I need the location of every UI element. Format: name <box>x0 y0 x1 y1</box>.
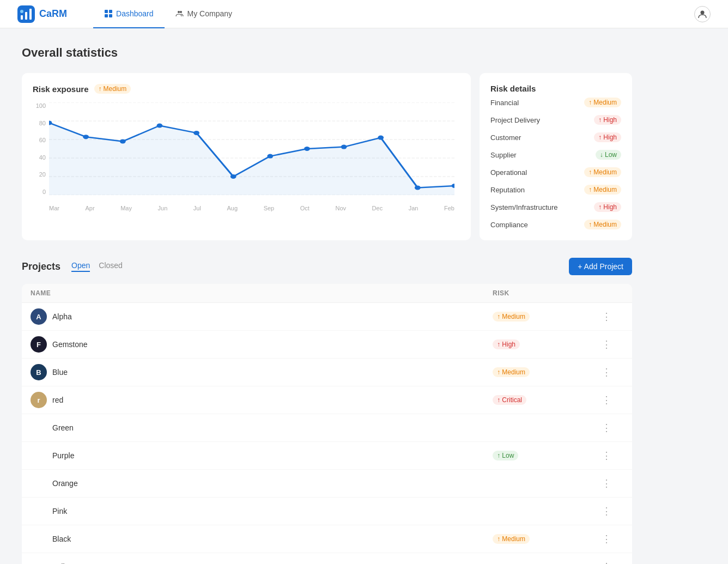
projects-tab-closed[interactable]: Closed <box>99 261 123 272</box>
project-name-cell: Green <box>31 420 493 436</box>
svg-point-26 <box>304 147 310 151</box>
risk-exposure-title: Risk exposure <box>33 84 89 94</box>
projects-section: Projects Open Closed + Add Project Name … <box>22 258 632 564</box>
table-row: AAlpha↑ Medium⋮ <box>22 303 632 331</box>
project-risk-cell: ↑ High <box>493 339 602 349</box>
risk-details-title: Risk details <box>490 84 621 93</box>
risk-detail-row: Compliance↑ Medium <box>490 220 621 229</box>
user-menu-button[interactable] <box>694 6 711 22</box>
project-name-cell: Black <box>31 531 493 547</box>
project-name-cell: Indigo <box>31 559 493 564</box>
nav-tab-dashboard[interactable]: Dashboard <box>93 0 165 28</box>
risk-detail-row: System/Infrastructure↑ High <box>490 202 621 212</box>
nav-tab-mycompany[interactable]: My Company <box>165 0 243 28</box>
table-row: Orange⋮ <box>22 470 632 498</box>
risk-detail-badge: ↑ Medium <box>584 220 621 229</box>
project-name: Alpha <box>52 312 72 321</box>
project-actions-cell: ⋮ <box>602 338 623 350</box>
risk-exposure-card: Risk exposure ↑ Medium 100 80 60 40 20 0 <box>22 73 471 240</box>
table-row: BBlue↑ Medium⋮ <box>22 359 632 386</box>
risk-detail-label: Operational <box>490 168 527 177</box>
project-actions-cell: ⋮ <box>602 394 623 406</box>
project-name: Blue <box>52 368 68 377</box>
table-row: Pink⋮ <box>22 498 632 525</box>
risk-detail-label: Customer <box>490 134 521 142</box>
risk-detail-badge: ↓ Low <box>596 150 621 160</box>
risk-details-list: Financial↑ MediumProject Delivery↑ HighC… <box>490 98 621 229</box>
project-name: Purple <box>52 451 74 460</box>
nav-tab-dashboard-label: Dashboard <box>116 9 154 18</box>
logo-icon <box>17 5 35 23</box>
project-risk-cell: ↑ Medium <box>493 312 602 322</box>
project-risk-cell: ↑ Critical <box>493 395 602 405</box>
more-options-button[interactable]: ⋮ <box>602 533 611 545</box>
table-row: Black↑ Medium⋮ <box>22 525 632 553</box>
svg-point-23 <box>193 131 199 135</box>
project-name-cell: Purple <box>31 447 493 464</box>
svg-point-25 <box>267 154 273 159</box>
col-header-risk: Risk <box>493 289 602 297</box>
more-options-button[interactable]: ⋮ <box>602 505 611 517</box>
user-icon <box>697 9 707 19</box>
risk-detail-badge: ↑ Medium <box>584 98 621 107</box>
svg-point-4 <box>20 10 23 13</box>
project-name: Pink <box>52 507 67 516</box>
chart-svg-area <box>49 102 454 195</box>
company-icon <box>175 9 184 18</box>
avatar: r <box>31 392 47 408</box>
svg-point-27 <box>341 145 347 149</box>
project-risk-badge: ↑ Critical <box>493 395 526 405</box>
project-name-cell: Orange <box>31 475 493 492</box>
risk-exposure-chart: 100 80 60 40 20 0 <box>33 102 460 211</box>
risk-exposure-header: Risk exposure ↑ Medium <box>33 84 460 94</box>
risk-exposure-badge: ↑ Medium <box>94 84 131 94</box>
more-options-button[interactable]: ⋮ <box>602 366 611 378</box>
svg-rect-6 <box>109 10 112 13</box>
project-name-cell: BBlue <box>31 364 493 380</box>
risk-detail-row: Operational↑ Medium <box>490 167 621 177</box>
logo[interactable]: CaRM <box>17 5 67 23</box>
project-name-cell: AAlpha <box>31 308 493 325</box>
risk-detail-label: Compliance <box>490 221 528 229</box>
project-name-cell: rred <box>31 392 493 408</box>
risk-exposure-badge-label: Medium <box>104 85 127 93</box>
nav-right <box>694 6 711 22</box>
projects-header: Projects Open Closed + Add Project <box>22 258 632 275</box>
add-project-button[interactable]: + Add Project <box>569 258 632 275</box>
more-options-button[interactable]: ⋮ <box>602 477 611 489</box>
risk-detail-badge: ↑ High <box>594 115 621 125</box>
project-risk-badge: ↑ Low <box>493 451 518 460</box>
more-options-button[interactable]: ⋮ <box>602 338 611 350</box>
project-actions-cell: ⋮ <box>602 450 623 462</box>
more-options-button[interactable]: ⋮ <box>602 561 611 564</box>
svg-rect-7 <box>105 14 108 17</box>
svg-point-24 <box>230 174 236 179</box>
risk-detail-row: Customer↑ High <box>490 132 621 142</box>
dashboard-icon <box>104 9 113 18</box>
svg-rect-3 <box>29 9 32 20</box>
risk-detail-row: Project Delivery↑ High <box>490 115 621 125</box>
avatar: A <box>31 308 47 325</box>
project-name: Orange <box>52 479 78 488</box>
projects-table: Name Risk AAlpha↑ Medium⋮FGemstone↑ High… <box>22 284 632 564</box>
more-options-button[interactable]: ⋮ <box>602 422 611 434</box>
avatar: F <box>31 336 47 353</box>
table-row: Indigo⋮ <box>22 553 632 564</box>
risk-detail-label: Project Delivery <box>490 116 540 124</box>
table-row: Purple↑ Low⋮ <box>22 442 632 470</box>
more-options-button[interactable]: ⋮ <box>602 311 611 323</box>
project-actions-cell: ⋮ <box>602 477 623 489</box>
more-options-button[interactable]: ⋮ <box>602 394 611 406</box>
project-risk-cell: ↑ Medium <box>493 367 602 377</box>
projects-tabs: Open Closed <box>71 261 123 272</box>
add-project-label: + Add Project <box>578 262 623 271</box>
project-name-cell: FGemstone <box>31 336 493 353</box>
nav-tabs: Dashboard My Company <box>93 0 694 28</box>
project-name-cell: Pink <box>31 503 493 519</box>
project-actions-cell: ⋮ <box>602 422 623 434</box>
risk-detail-row: Financial↑ Medium <box>490 98 621 107</box>
projects-tab-open[interactable]: Open <box>71 261 90 272</box>
more-options-button[interactable]: ⋮ <box>602 450 611 462</box>
project-name: Green <box>52 423 74 432</box>
table-header: Name Risk <box>22 284 632 303</box>
